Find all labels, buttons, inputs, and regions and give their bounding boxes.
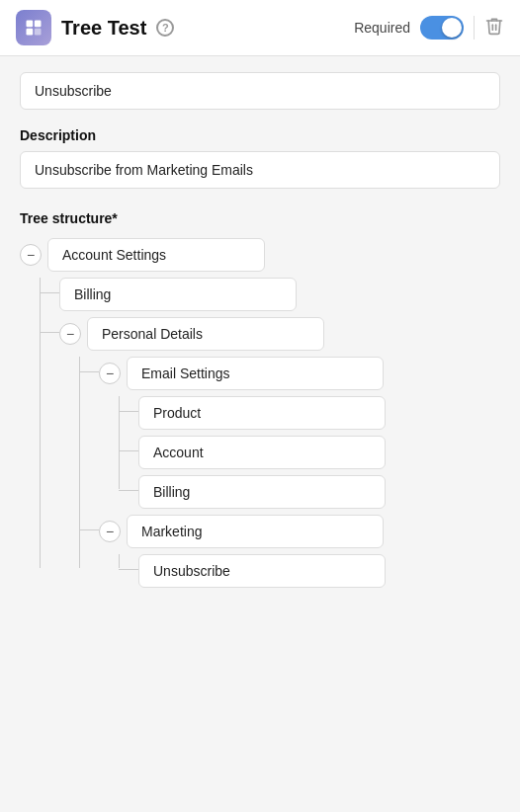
page-title: Tree Test [61,17,146,40]
tree-node-billing-1: Billing [59,278,500,311]
collapse-btn-email-settings[interactable]: − [99,363,121,384]
svg-rect-3 [35,29,42,36]
tree-node-account: Account [138,436,500,469]
node-billing-1[interactable]: Billing [59,278,297,311]
required-label: Required [354,20,410,36]
children-personal-details: − Email Settings Product Account [99,357,500,588]
tree-node-product: Product [138,396,500,430]
header-left: Tree Test ? [16,10,174,45]
header-right: Required [354,16,504,41]
tree-row-account-settings: − Account Settings [20,238,500,272]
tree-node-billing-2: Billing [138,475,500,509]
info-icon[interactable]: ? [156,19,174,37]
children-email-settings: Product Account Billing [138,396,500,509]
node-personal-details[interactable]: Personal Details [87,317,324,351]
node-account-settings[interactable]: Account Settings [47,238,265,272]
tree-node-email-settings: − Email Settings Product Account [99,357,500,509]
tree-node-personal-details: − Personal Details − Email Settings [59,317,500,588]
task-name-input[interactable] [20,72,500,110]
tree-row-marketing: − Marketing [99,515,500,548]
tree-structure: − Account Settings Billing − Personal De… [20,238,500,588]
node-unsubscribe[interactable]: Unsubscribe [138,554,386,588]
delete-icon[interactable] [484,16,504,41]
svg-rect-2 [27,29,34,36]
header-divider [474,16,475,40]
svg-rect-0 [27,21,34,28]
tree-row-email-settings: − Email Settings [99,357,500,390]
tree-node-account-settings: − Account Settings Billing − Personal De… [20,238,500,588]
node-account[interactable]: Account [138,436,386,469]
tree-row-personal-details: − Personal Details [59,317,500,351]
description-input[interactable] [20,151,500,189]
node-billing-2[interactable]: Billing [138,475,386,509]
children-account-settings: Billing − Personal Details − [59,278,500,588]
tree-node-marketing: − Marketing Unsubscribe [99,515,500,588]
children-marketing: Unsubscribe [138,554,500,588]
node-product[interactable]: Product [138,396,386,430]
svg-rect-1 [35,21,42,28]
node-email-settings[interactable]: Email Settings [127,357,384,390]
description-label: Description [20,127,500,143]
app-icon [16,10,51,45]
tree-node-unsubscribe: Unsubscribe [138,554,500,588]
collapse-btn-personal-details[interactable]: − [59,323,81,345]
main-content: Description Tree structure* − Account Se… [0,56,520,609]
tree-row-billing-1: Billing [59,278,500,311]
required-toggle[interactable] [420,16,464,40]
node-marketing[interactable]: Marketing [127,515,384,548]
collapse-btn-account-settings[interactable]: − [20,244,42,266]
collapse-btn-marketing[interactable]: − [99,521,121,542]
header: Tree Test ? Required [0,0,520,56]
tree-structure-label: Tree structure* [20,210,500,226]
